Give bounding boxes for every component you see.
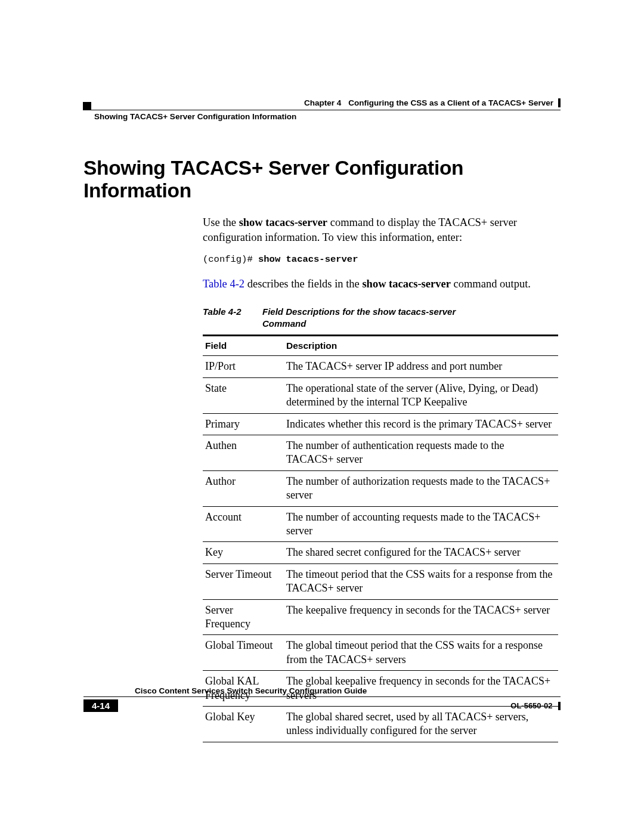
document-code: OL-5650-02: [510, 701, 561, 711]
table-caption-label: Table 4-2: [203, 306, 262, 330]
footer-rule: Cisco Content Services Switch Security C…: [83, 696, 561, 697]
code-example: (config)# show tacacs-server: [203, 253, 561, 266]
table-row: AuthenThe number of authentication reque…: [203, 435, 558, 471]
field-cell: Authen: [203, 435, 284, 471]
description-cell: The number of authorization requests mad…: [284, 470, 558, 506]
description-cell: The keepalive frequency in seconds for t…: [284, 599, 558, 635]
reference-paragraph: Table 4-2 describes the fields in the sh…: [203, 277, 561, 292]
table-row: PrimaryIndicates whether this record is …: [203, 413, 558, 435]
chapter-label: Chapter 4: [304, 98, 341, 107]
section-heading: Showing TACACS+ Server Configuration Inf…: [83, 157, 561, 202]
header-end-bar-icon: [558, 98, 561, 107]
subhead-text: Showing TACACS+ Server Configuration Inf…: [94, 112, 296, 121]
col-header-field: Field: [203, 336, 284, 356]
field-cell: Primary: [203, 413, 284, 435]
table-row: StateThe operational state of the server…: [203, 377, 558, 413]
table-caption-text: Field Descriptions for the show tacacs-s…: [262, 306, 501, 330]
table-row: Server TimeoutThe timeout period that th…: [203, 563, 558, 599]
table-row: IP/PortThe TACACS+ server IP address and…: [203, 356, 558, 377]
intro-pre: Use the: [203, 216, 239, 228]
cli-command: show tacacs-server: [258, 254, 358, 265]
table-row: KeyThe shared secret configured for the …: [203, 542, 558, 563]
field-cell: Global Timeout: [203, 635, 284, 671]
field-cell: Account: [203, 506, 284, 542]
cli-prompt: (config)#: [203, 254, 258, 265]
field-cell: State: [203, 377, 284, 413]
running-subhead: Showing TACACS+ Server Configuration Inf…: [83, 110, 561, 121]
table-row: Global TimeoutThe global timeout period …: [203, 635, 558, 671]
field-cell: Server Timeout: [203, 563, 284, 599]
ref-mid: describes the fields in the: [244, 278, 362, 290]
table-header-row: Field Description: [203, 336, 558, 356]
table-row: AuthorThe number of authorization reques…: [203, 470, 558, 506]
footer-end-bar-icon: [558, 702, 561, 710]
footer-bottom-row: 4-14 OL-5650-02: [83, 699, 561, 712]
table-row: AccountThe number of accounting requests…: [203, 506, 558, 542]
intro-paragraph: Use the show tacacs-server command to di…: [203, 215, 561, 245]
table-row: Server FrequencyThe keepalive frequency …: [203, 599, 558, 635]
ref-command-bold: show tacacs-server: [362, 278, 450, 290]
description-cell: The timeout period that the CSS waits fo…: [284, 563, 558, 599]
description-cell: The global timeout period that the CSS w…: [284, 635, 558, 671]
running-header: Chapter 4 Configuring the CSS as a Clien…: [83, 98, 561, 107]
intro-command-bold: show tacacs-server: [239, 216, 327, 228]
page-footer: Cisco Content Services Switch Security C…: [83, 696, 561, 712]
description-cell: The number of authentication requests ma…: [284, 435, 558, 471]
description-cell: The number of accounting requests made t…: [284, 506, 558, 542]
doc-code-text: OL-5650-02: [510, 701, 552, 710]
table-reference-link[interactable]: Table 4-2: [203, 278, 244, 290]
field-cell: Key: [203, 542, 284, 563]
page-content: Chapter 4 Configuring the CSS as a Clien…: [83, 98, 561, 742]
page-number: 4-14: [83, 699, 118, 712]
col-header-description: Description: [284, 336, 558, 356]
description-cell: The operational state of the server (Ali…: [284, 377, 558, 413]
description-cell: Indicates whether this record is the pri…: [284, 413, 558, 435]
field-cell: Author: [203, 470, 284, 506]
field-description-table: Field Description IP/PortThe TACACS+ ser…: [203, 335, 558, 742]
ref-tail: command output.: [451, 278, 531, 290]
chapter-title: Configuring the CSS as a Client of a TAC…: [348, 98, 553, 107]
description-cell: The TACACS+ server IP address and port n…: [284, 356, 558, 377]
footer-guide-title: Cisco Content Services Switch Security C…: [135, 686, 367, 695]
description-cell: The shared secret configured for the TAC…: [284, 542, 558, 563]
body-content: Use the show tacacs-server command to di…: [203, 215, 561, 742]
section-marker-icon: [83, 102, 91, 110]
field-cell: IP/Port: [203, 356, 284, 377]
field-cell: Server Frequency: [203, 599, 284, 635]
table-caption: Table 4-2 Field Descriptions for the sho…: [203, 306, 561, 330]
